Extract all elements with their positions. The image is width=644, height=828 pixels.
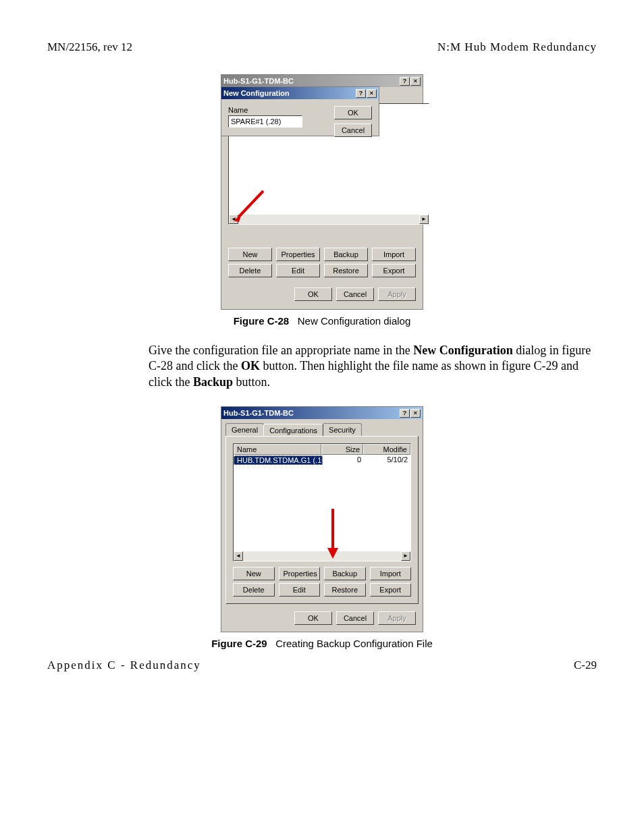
titlebar-new-config: New Configuration ? × — [221, 87, 379, 99]
figure-c29-text: Creating Backup Configuration File — [275, 638, 433, 649]
dialog-new-configuration: New Configuration ? × Name OK Cancel — [221, 86, 379, 136]
scrollbar-horizontal[interactable]: ◄ ► — [229, 215, 429, 224]
cell-modifie: 5/10/2 — [364, 456, 410, 465]
edit-button[interactable]: Edit — [279, 583, 321, 597]
footer-apply-button[interactable]: Apply — [378, 287, 416, 301]
col-size[interactable]: Size — [321, 444, 363, 455]
col-modifie[interactable]: Modifie — [363, 444, 410, 455]
footer-apply-button[interactable]: Apply — [378, 611, 416, 625]
tab-panel-config: Name Size Modifie HUB.TDM.STDMA.G1 (.16)… — [225, 436, 419, 604]
scroll-track[interactable] — [238, 215, 419, 224]
button-grid: New Properties Backup Import Delete Edit… — [233, 567, 411, 597]
list-header: Name Size Modifie — [234, 444, 410, 455]
figure-c28-id: Figure C-28 — [234, 315, 290, 327]
scroll-left-icon[interactable]: ◄ — [229, 215, 238, 224]
footer-cancel-button[interactable]: Cancel — [336, 611, 374, 625]
close-icon[interactable]: × — [410, 77, 421, 86]
dialog-footer: OK Cancel Apply — [221, 280, 423, 308]
scroll-right-icon[interactable]: ► — [419, 215, 429, 224]
figure-c28-text: New Configuration dialog — [298, 315, 411, 327]
properties-button[interactable]: Properties — [279, 567, 321, 580]
tab-security[interactable]: Security — [323, 423, 362, 436]
dialog-hub-config: Hub-S1-G1-TDM-BC ? × General Configurati… — [221, 406, 423, 632]
titlebar-outer: Hub-S1-G1-TDM-BC ? × — [221, 75, 423, 87]
cell-name: HUB.TDM.STDMA.G1 (.16) — [234, 456, 323, 465]
help-icon[interactable]: ? — [400, 409, 410, 418]
footer-ok-button[interactable]: OK — [294, 287, 332, 301]
backup-button[interactable]: Backup — [324, 248, 368, 261]
export-button[interactable]: Export — [372, 264, 416, 277]
footer-cancel-button[interactable]: Cancel — [336, 287, 374, 301]
tab-general[interactable]: General — [225, 423, 264, 436]
titlebar-new-config-text: New Configuration — [223, 89, 290, 97]
dialog-footer: OK Cancel Apply — [221, 604, 423, 632]
footer-left: Appendix C - Redundancy — [47, 659, 201, 672]
scroll-track[interactable] — [243, 551, 401, 561]
delete-button[interactable]: Delete — [228, 264, 272, 277]
col-name[interactable]: Name — [234, 444, 321, 455]
name-input[interactable] — [228, 115, 302, 128]
figure-c28-caption: Figure C-28 New Configuration dialog — [47, 315, 597, 327]
help-icon[interactable]: ? — [356, 89, 366, 98]
scroll-left-icon[interactable]: ◄ — [234, 551, 243, 561]
header-left: MN/22156, rev 12 — [47, 40, 132, 54]
body-paragraph: Give the configuration file an appropria… — [149, 343, 597, 390]
ok-button[interactable]: OK — [334, 106, 372, 119]
cancel-button[interactable]: Cancel — [334, 123, 372, 137]
titlebar-outer-text: Hub-S1-G1-TDM-BC — [223, 77, 294, 85]
page-header: MN/22156, rev 12 N:M Hub Modem Redundanc… — [47, 40, 597, 54]
list-item[interactable]: HUB.TDM.STDMA.G1 (.16) 0 5/10/2 — [234, 455, 410, 466]
cell-size: 0 — [323, 456, 364, 465]
tabs: General Configurations Security — [221, 419, 423, 436]
page-footer: Appendix C - Redundancy C-29 — [47, 659, 597, 672]
delete-button[interactable]: Delete — [233, 583, 275, 597]
figure-c29-wrap: Hub-S1-G1-TDM-BC ? × General Configurati… — [47, 406, 597, 632]
scroll-right-icon[interactable]: ► — [401, 551, 410, 561]
import-button[interactable]: Import — [372, 248, 416, 261]
figure-c28-wrap: Hub-S1-G1-TDM-BC ? × Modifie 4/28/2 New … — [47, 74, 597, 310]
titlebar-hub-config: Hub-S1-G1-TDM-BC ? × — [221, 407, 423, 419]
config-list[interactable]: Name Size Modifie HUB.TDM.STDMA.G1 (.16)… — [233, 443, 411, 561]
close-icon[interactable]: × — [410, 409, 421, 418]
export-button[interactable]: Export — [370, 583, 412, 597]
figure-c29-id: Figure C-29 — [211, 638, 267, 649]
header-right: N:M Hub Modem Redundancy — [437, 40, 597, 54]
help-icon[interactable]: ? — [400, 77, 410, 86]
restore-button[interactable]: Restore — [324, 264, 368, 277]
edit-button[interactable]: Edit — [276, 264, 320, 277]
properties-button[interactable]: Properties — [276, 248, 320, 261]
footer-right: C-29 — [574, 659, 597, 672]
restore-button[interactable]: Restore — [324, 583, 366, 597]
figure-c29-caption: Figure C-29 Creating Backup Configuratio… — [47, 638, 597, 649]
titlebar-hub-config-text: Hub-S1-G1-TDM-BC — [223, 409, 294, 417]
import-button[interactable]: Import — [370, 567, 412, 580]
tab-configurations[interactable]: Configurations — [263, 424, 323, 437]
backup-button[interactable]: Backup — [324, 567, 366, 580]
new-button[interactable]: New — [228, 248, 272, 261]
close-icon[interactable]: × — [367, 89, 377, 98]
new-button[interactable]: New — [233, 567, 275, 580]
dialog-hub-outer: Hub-S1-G1-TDM-BC ? × Modifie 4/28/2 New … — [221, 74, 423, 310]
footer-ok-button[interactable]: OK — [294, 611, 332, 625]
scrollbar-horizontal[interactable]: ◄ ► — [234, 551, 410, 561]
